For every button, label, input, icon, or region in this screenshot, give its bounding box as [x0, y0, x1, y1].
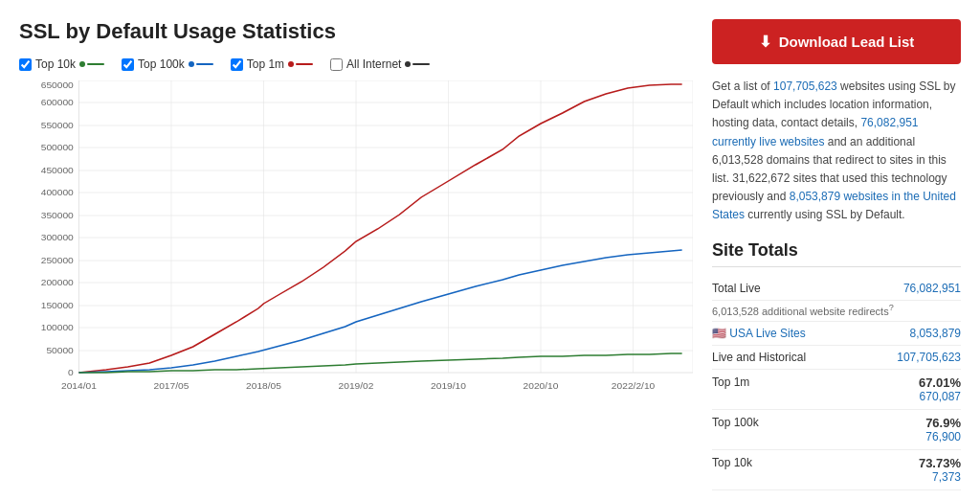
top100k-dot — [189, 61, 194, 67]
desc-total-link[interactable]: 107,705,623 — [773, 80, 837, 93]
y-label-50k: 50000 — [46, 346, 73, 355]
flag-icon: 🇺🇸 — [712, 327, 726, 340]
totals-row-usa: 🇺🇸 USA Live Sites 8,053,879 — [712, 322, 961, 346]
y-label-200k: 200000 — [41, 278, 74, 287]
chart-svg: 0 50000 100000 150000 200000 250000 3000… — [19, 80, 693, 406]
allinternet-line — [412, 63, 430, 65]
totals-redirects: 6,013,528 additional website redirects? — [712, 301, 961, 323]
download-btn-label: Download Lead List — [779, 34, 915, 50]
top10k-line — [87, 63, 104, 65]
y-label-300k: 300000 — [41, 233, 74, 242]
legend-top10k-label: Top 10k — [35, 57, 76, 71]
site-totals-title: Site Totals — [712, 240, 961, 267]
top1m-line — [296, 63, 313, 65]
top1m-stat-values: 67.01% 670,087 — [919, 375, 961, 403]
x-label-2017: 2017/05 — [154, 381, 189, 391]
top1m-count: 670,087 — [919, 390, 961, 403]
legend-top100k[interactable]: Top 100k — [122, 57, 213, 71]
legend-top100k-label: Top 100k — [138, 57, 185, 71]
legend-top1m-checkbox[interactable] — [231, 58, 243, 71]
legend-top1m[interactable]: Top 1m — [231, 57, 313, 71]
x-label-2019-10: 2019/10 — [431, 381, 466, 391]
usa-live-link[interactable]: USA Live Sites — [729, 327, 805, 340]
allinternet-dot — [405, 61, 411, 67]
chart-section: SSL by Default Usage Statistics Top 10k … — [19, 19, 693, 490]
description-text: Get a list of 107,705,623 websites using… — [712, 78, 961, 225]
totals-row-live-hist: Live and Historical 107,705,623 — [712, 346, 961, 370]
y-label-100k: 100000 — [41, 323, 74, 332]
x-label-2020-10: 2020/10 — [523, 381, 559, 391]
top100k-line — [196, 63, 213, 65]
download-lead-list-button[interactable]: ⬇ Download Lead List — [712, 19, 961, 64]
x-label-2014: 2014/01 — [61, 381, 97, 391]
legend-top10k[interactable]: Top 10k — [19, 57, 104, 71]
x-label-2019-02: 2019/02 — [339, 381, 374, 391]
usa-live-value: 8,053,879 — [910, 327, 961, 340]
top10k-dot — [79, 61, 85, 67]
x-label-2022: 2022/2/10 — [612, 381, 655, 391]
live-historical-label: Live and Historical — [712, 351, 806, 364]
stat-top1m: Top 1m 67.01% 670,087 — [712, 370, 961, 410]
total-live-value: 76,082,951 — [903, 282, 961, 295]
legend: Top 10k Top 100k Top 1m — [19, 57, 693, 71]
stat-top10k: Top 10k 73.73% 7,373 — [712, 450, 961, 490]
y-label-650k: 650000 — [41, 80, 74, 90]
live-historical-value: 107,705,623 — [897, 351, 961, 364]
page-title: SSL by Default Usage Statistics — [19, 19, 693, 44]
totals-row-total-live: Total Live 76,082,951 — [712, 277, 961, 301]
y-label-250k: 250000 — [41, 256, 74, 265]
site-totals: Site Totals Total Live 76,082,951 6,013,… — [712, 240, 961, 491]
top10k-stat-values: 73.73% 7,373 — [919, 456, 961, 484]
top10k-pct: 73.73% — [919, 456, 961, 470]
y-label-400k: 400000 — [41, 188, 74, 197]
sidebar: ⬇ Download Lead List Get a list of 107,7… — [712, 19, 961, 490]
y-label-0: 0 — [68, 368, 74, 377]
top10k-count: 7,373 — [919, 470, 961, 484]
y-label-500k: 500000 — [41, 143, 74, 152]
top1m-stat-label: Top 1m — [712, 375, 749, 389]
legend-allinternet[interactable]: All Internet — [330, 57, 430, 71]
legend-allinternet-checkbox[interactable] — [330, 58, 343, 71]
legend-top10k-checkbox[interactable] — [19, 58, 32, 71]
top1m-dot — [288, 61, 294, 67]
stat-top100k: Top 100k 76.9% 76,900 — [712, 410, 961, 450]
desc-us-sites-link[interactable]: 8,053,879 websites in the United States — [712, 190, 956, 221]
top1m-pct: 67.01% — [919, 375, 961, 390]
y-label-150k: 150000 — [41, 301, 74, 310]
desc-currently-live-link[interactable]: 76,082,951 currently live websites — [712, 116, 919, 148]
top100k-count: 76,900 — [925, 430, 961, 443]
x-label-2018: 2018/05 — [246, 381, 281, 391]
top10k-stat-label: Top 10k — [712, 456, 752, 469]
y-label-550k: 550000 — [41, 121, 74, 130]
top100k-stat-values: 76.9% 76,900 — [925, 416, 961, 443]
total-live-label: Total Live — [712, 282, 761, 295]
top100k-stat-label: Top 100k — [712, 416, 759, 429]
y-label-600k: 600000 — [41, 98, 74, 107]
legend-allinternet-label: All Internet — [346, 57, 401, 71]
top100k-pct: 76.9% — [925, 416, 961, 430]
y-label-450k: 450000 — [41, 166, 74, 175]
chart-container: 0 50000 100000 150000 200000 250000 3000… — [19, 80, 693, 406]
legend-top1m-label: Top 1m — [247, 57, 284, 71]
download-icon: ⬇ — [759, 33, 771, 51]
legend-top100k-checkbox[interactable] — [122, 58, 134, 71]
y-label-350k: 350000 — [41, 211, 74, 220]
usa-live-label: 🇺🇸 USA Live Sites — [712, 327, 806, 340]
